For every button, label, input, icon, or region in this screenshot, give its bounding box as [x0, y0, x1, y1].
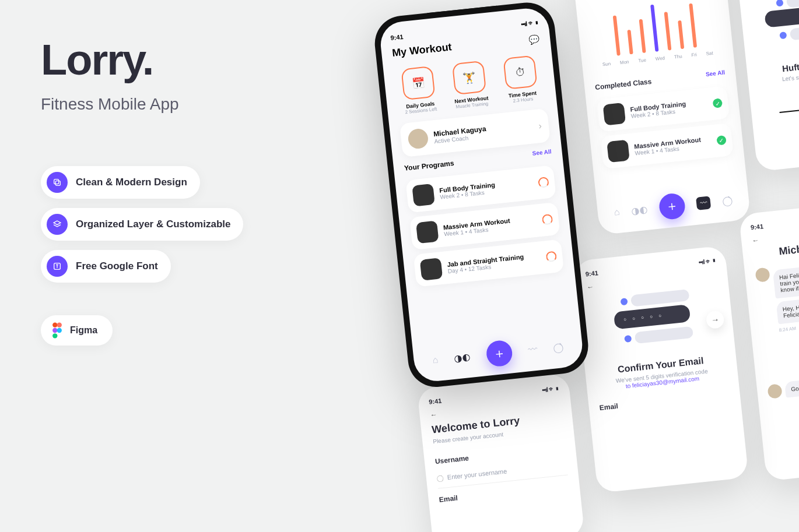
brand-subtitle: Fitness Mobile App [41, 95, 297, 114]
clock-icon: ⏱ [503, 55, 537, 90]
phone-frame: 9:41••ıl ᯤ ▮ My Workout 💬 📅 Daily Goals … [372, 0, 591, 390]
svg-rect-1 [54, 179, 59, 184]
class-item[interactable]: Massive Arm WorkoutWeek 1 • 4 Tasks ✓ [600, 123, 734, 169]
see-all-link[interactable]: See All [532, 148, 552, 156]
program-thumb [416, 221, 439, 244]
chart-x-label: Sat [706, 50, 713, 56]
completed-class-title: Completed Class [595, 77, 652, 91]
check-icon: ✓ [713, 98, 723, 108]
back-icon[interactable]: ← [752, 236, 759, 245]
chat-bubble: Good job Felicia! [784, 376, 799, 398]
nav-home-icon[interactable]: ⌂ [432, 355, 439, 366]
figma-icon [51, 322, 63, 339]
progress-ring-icon [545, 251, 557, 262]
avatar [755, 267, 770, 282]
feature-label: Organized Layer & Customizable [76, 219, 230, 230]
chart-x-label: Fri [691, 52, 697, 58]
layers-icon [47, 214, 68, 235]
svg-point-6 [52, 328, 57, 333]
my-workout-title: My Workout [391, 41, 452, 59]
user-icon: ◯̀ [436, 474, 444, 482]
program-thumb [420, 258, 443, 281]
chart-x-label: Mon [620, 59, 629, 66]
status-time: 9:41 [585, 269, 598, 277]
chevron-right-icon: › [538, 121, 542, 131]
svg-point-7 [57, 328, 62, 333]
brand-title: Lorry. [41, 35, 297, 84]
chart-x-label: Wed [655, 55, 665, 62]
nav-dumbbell-icon[interactable]: ◑◐ [631, 203, 649, 216]
svg-point-5 [57, 322, 62, 327]
svg-marker-2 [54, 221, 61, 225]
nav-dumbbell-icon[interactable]: ◑◐ [454, 351, 471, 364]
feature-label: Free Google Font [76, 260, 158, 272]
back-icon[interactable]: ← [586, 283, 594, 291]
calendar-icon: 📅 [401, 66, 435, 100]
stat-card-time[interactable]: ⏱ Time Spent 2.3 Hours [496, 54, 546, 105]
next-button[interactable]: → [706, 310, 725, 329]
feature-label: Clean & Modern Design [76, 177, 187, 188]
avatar [767, 383, 782, 399]
class-thumb [603, 103, 626, 126]
feature-pill-font: Free Google Font [41, 250, 171, 283]
nav-stats-icon[interactable]: 〰 [527, 344, 538, 356]
signal-icon: ••ıl ᯤ ▮ [521, 19, 538, 28]
fab-add-button[interactable]: ＋ [485, 339, 513, 367]
check-icon: ✓ [716, 135, 727, 146]
dumbbell-icon: 🏋 [452, 61, 486, 95]
confirm-illustration: ○ ○ ○ ○ ○ [609, 286, 703, 359]
feature-pill-layers: Organized Layer & Customizable [41, 208, 243, 241]
figma-pill: Figma [41, 315, 113, 346]
screen-chat: 9:41••ıl ᯤ ▮ ← Michael Kaguya Hai Felici… [739, 199, 799, 481]
status-time: 9:41 [429, 397, 442, 405]
screen-dashboard: ••ıl ᯤ ▮ Dashboard••• 23.5 kCal ↗ Sun Mo… [571, 0, 751, 235]
chat-bubble: Hey, How are you Felicia? [776, 294, 799, 324]
chart-x-label: Sun [602, 61, 611, 67]
figma-label: Figma [70, 325, 97, 336]
status-time: 9:41 [750, 223, 763, 231]
chat-time: 9:31 AM [766, 358, 799, 375]
chart-x-label: Thu [674, 54, 682, 59]
chart-x-label: Tue [638, 58, 646, 64]
nav-home-icon[interactable]: ⌂ [614, 207, 621, 218]
signal-icon: ••ıl ᯤ ▮ [698, 257, 716, 266]
class-thumb [607, 140, 630, 163]
progress-ring-icon [542, 214, 553, 226]
program-thumb [412, 184, 435, 207]
programs-title: Your Programs [404, 159, 454, 172]
fab-add-button[interactable]: ＋ [658, 192, 686, 220]
svg-point-8 [52, 333, 57, 338]
progress-ring-icon [538, 177, 549, 188]
empty-illustration [762, 0, 799, 59]
see-all-link[interactable]: See All [705, 69, 725, 77]
svg-rect-0 [55, 181, 60, 185]
status-time: 9:41 [390, 33, 404, 41]
nav-profile-icon[interactable]: ◯̀ [553, 341, 565, 354]
screen-my-workout: 9:41••ıl ᯤ ▮ My Workout 💬 📅 Daily Goals … [379, 6, 584, 383]
stat-card-next[interactable]: 🏋 Next Workout Muscle Training [445, 59, 495, 110]
chat-title: Michael Kaguya [753, 235, 799, 260]
svg-point-4 [52, 322, 57, 327]
type-icon [47, 256, 68, 277]
signal-icon: ••ıl ᯤ ▮ [542, 385, 559, 393]
stat-card-daily[interactable]: 📅 Daily Goals 2 Sessions Left [394, 65, 444, 116]
screen-welcome: 9:41••ıl ᯤ ▮ ← Welcome to Lorry Please c… [417, 374, 585, 532]
chat-bubble: Hai Felicia, I'm glad to train you! Plea… [773, 262, 799, 299]
screen-confirm-email: 9:41••ıl ᯤ ▮ ← → ○ ○ ○ ○ ○ Confirm Your … [573, 245, 748, 493]
avatar [407, 128, 429, 149]
nav-stats-icon[interactable]: 〰 [696, 196, 711, 210]
feature-pill-design: Clean & Modern Design [41, 166, 200, 199]
copy-icon [47, 172, 68, 193]
chat-icon[interactable]: 💬 [528, 34, 540, 45]
back-icon[interactable]: ← [430, 410, 437, 419]
screen-messages-empty: ⌕ Sea ＋ Huft! No Messa Let's start messa… [734, 0, 799, 172]
email-label: Email [599, 390, 730, 412]
nav-profile-icon[interactable]: ◯̀ [721, 195, 733, 207]
